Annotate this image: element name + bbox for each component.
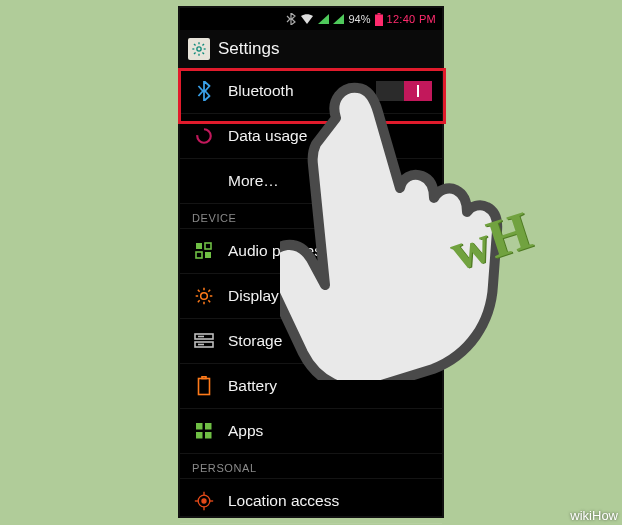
- row-label: Location access: [228, 492, 339, 510]
- svg-line-21: [198, 290, 200, 292]
- section-personal: PERSONAL: [180, 454, 442, 479]
- title-bar: Settings: [180, 30, 442, 69]
- row-battery[interactable]: Battery: [180, 364, 442, 409]
- signal-icon-2: [333, 14, 344, 24]
- svg-rect-33: [196, 432, 203, 439]
- row-label: More…: [228, 172, 279, 190]
- row-storage[interactable]: Storage: [180, 319, 442, 364]
- settings-list: Bluetooth Data usage More… DEVICE Audio …: [180, 69, 442, 525]
- row-display[interactable]: Display: [180, 274, 442, 319]
- svg-rect-1: [375, 14, 383, 26]
- row-label: Storage: [228, 332, 282, 350]
- row-label: Battery: [228, 377, 277, 395]
- svg-line-24: [208, 290, 210, 292]
- row-bluetooth[interactable]: Bluetooth: [180, 69, 442, 114]
- audio-profiles-icon: [194, 241, 214, 261]
- svg-rect-15: [205, 252, 211, 258]
- row-apps[interactable]: Apps: [180, 409, 442, 454]
- row-more[interactable]: More…: [180, 159, 442, 204]
- row-label: Apps: [228, 422, 263, 440]
- status-bar: 94% 12:40 PM: [180, 8, 442, 30]
- row-audio-profiles[interactable]: Audio profiles: [180, 229, 442, 274]
- storage-icon: [194, 331, 214, 351]
- section-device: DEVICE: [180, 204, 442, 229]
- settings-app-icon: [188, 38, 210, 60]
- svg-line-7: [194, 44, 196, 46]
- svg-rect-34: [205, 432, 212, 439]
- svg-rect-30: [199, 379, 210, 395]
- svg-line-9: [194, 52, 196, 54]
- row-label: Display: [228, 287, 279, 305]
- wifi-icon: [300, 14, 314, 25]
- svg-rect-0: [377, 13, 380, 15]
- svg-line-22: [208, 300, 210, 302]
- row-label: Audio profiles: [228, 242, 322, 260]
- svg-rect-14: [196, 252, 202, 258]
- row-label: Bluetooth: [228, 82, 294, 100]
- svg-rect-31: [196, 423, 203, 430]
- battery-icon: [375, 13, 383, 26]
- page-title: Settings: [218, 39, 279, 59]
- svg-point-16: [201, 293, 208, 300]
- svg-line-23: [198, 300, 200, 302]
- bluetooth-toggle[interactable]: [376, 81, 432, 101]
- bluetooth-icon: [194, 81, 214, 101]
- row-data-usage[interactable]: Data usage: [180, 114, 442, 159]
- svg-point-11: [197, 129, 211, 143]
- location-icon: [194, 491, 214, 511]
- apps-icon: [194, 421, 214, 441]
- battery-percent: 94%: [348, 13, 370, 25]
- svg-rect-13: [205, 243, 211, 249]
- wikihow-logo-overlay: wH: [442, 199, 538, 283]
- display-icon: [194, 286, 214, 306]
- signal-icon-1: [318, 14, 329, 24]
- toggle-knob-on: [404, 81, 432, 101]
- watermark: wikiHow: [570, 508, 618, 523]
- clock: 12:40 PM: [387, 13, 436, 25]
- battery-row-icon: [194, 376, 214, 396]
- svg-rect-32: [205, 423, 212, 430]
- svg-point-2: [197, 47, 201, 51]
- row-location-access[interactable]: Location access: [180, 479, 442, 524]
- phone-frame: 94% 12:40 PM Settings Bluetooth Data usa: [180, 8, 442, 516]
- svg-point-36: [202, 499, 206, 503]
- svg-rect-12: [196, 243, 202, 249]
- data-usage-icon: [194, 126, 214, 146]
- row-label: Data usage: [228, 127, 307, 145]
- svg-line-8: [202, 52, 204, 54]
- svg-line-10: [202, 44, 204, 46]
- bluetooth-status-icon: [286, 13, 296, 25]
